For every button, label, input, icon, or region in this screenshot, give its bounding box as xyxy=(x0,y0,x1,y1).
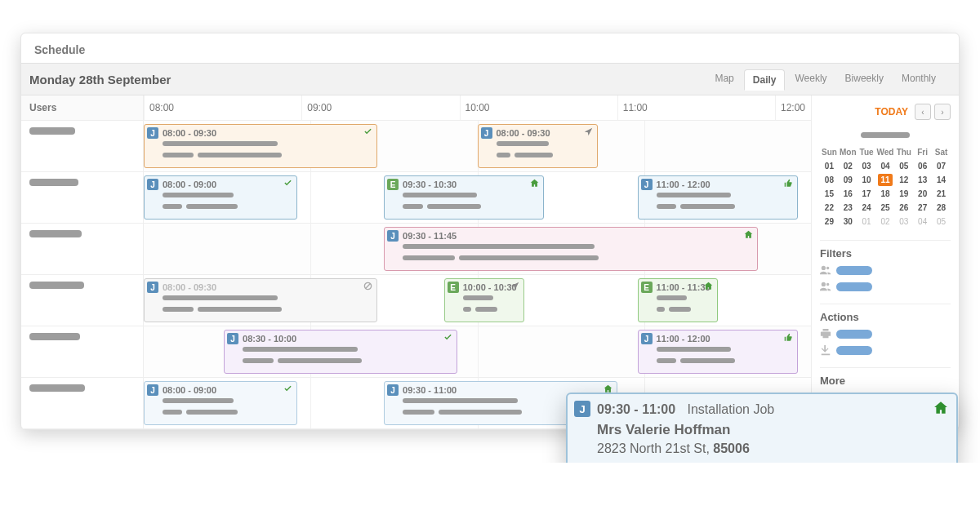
event-time: 09:30 - 10:30 xyxy=(403,180,538,189)
event-popup[interactable]: J 09:30 - 11:00 Installation Job Mrs Val… xyxy=(566,393,958,463)
calendar-day[interactable]: 29 xyxy=(820,215,839,228)
action-item-print[interactable] xyxy=(820,328,951,339)
calendar-day[interactable]: 27 xyxy=(913,201,932,215)
calendar-day[interactable]: 30 xyxy=(839,215,858,228)
download-icon xyxy=(820,344,831,356)
calendar-day[interactable]: 26 xyxy=(894,201,913,215)
user-label[interactable] xyxy=(21,378,144,428)
schedule-event[interactable]: J08:00 - 09:30 xyxy=(144,124,377,168)
calendar-day[interactable]: 14 xyxy=(932,173,951,187)
schedule-event[interactable]: J11:00 - 12:00 xyxy=(638,175,798,220)
mini-calendar[interactable]: SunMonTueWedThuFriSat 010203040506070809… xyxy=(820,145,951,228)
calendar-day[interactable]: 03 xyxy=(858,159,876,173)
calendar-day[interactable]: 19 xyxy=(894,187,913,201)
user-row: J09:30 - 11:45 xyxy=(21,224,811,275)
calendar-day[interactable]: 02 xyxy=(839,159,858,173)
schedule-event[interactable]: E11:00 - 11:30 xyxy=(638,278,718,322)
schedule-event[interactable]: J08:00 - 09:00 xyxy=(144,175,297,220)
calendar-day[interactable]: 24 xyxy=(858,201,876,215)
user-row: J08:00 - 09:30J08:00 - 09:30 xyxy=(21,121,811,172)
job-badge: J xyxy=(574,401,590,417)
schedule-event[interactable]: E10:00 - 10:30 xyxy=(444,278,524,322)
schedule-event[interactable]: J08:00 - 09:30 xyxy=(144,278,377,322)
calendar-day[interactable]: 13 xyxy=(913,173,932,187)
subheader-bar: Monday 28th September Map Daily Weekly B… xyxy=(21,63,959,95)
estimate-badge: E xyxy=(641,282,653,293)
calendar-day[interactable]: 04 xyxy=(913,215,932,228)
event-time: 09:30 - 11:45 xyxy=(403,231,752,241)
home-icon xyxy=(704,282,713,292)
calendar-dow: Mon xyxy=(839,145,858,159)
tab-daily[interactable]: Daily xyxy=(744,69,786,91)
calendar-day[interactable]: 23 xyxy=(839,201,858,215)
timeline-track[interactable]: J08:30 - 10:00J11:00 - 12:00 xyxy=(144,326,811,377)
filter-item[interactable] xyxy=(820,281,951,292)
timeline-track[interactable]: J08:00 - 09:30E10:00 - 10:30E11:00 - 11:… xyxy=(144,275,811,326)
job-badge: J xyxy=(147,384,158,396)
calendar-day[interactable]: 11 xyxy=(876,173,895,187)
tab-map[interactable]: Map xyxy=(706,69,742,90)
page-title: Schedule xyxy=(21,33,959,63)
calendar-day[interactable]: 21 xyxy=(932,187,951,201)
user-label[interactable] xyxy=(21,172,144,223)
nav-icon xyxy=(584,127,593,138)
calendar-day[interactable]: 22 xyxy=(820,201,839,215)
user-label[interactable] xyxy=(21,326,144,377)
tab-weekly[interactable]: Weekly xyxy=(786,69,835,90)
timeline-track[interactable]: J08:00 - 09:00E09:30 - 10:30J11:00 - 12:… xyxy=(144,172,811,223)
check-icon xyxy=(283,179,292,189)
schedule-event[interactable]: J08:00 - 09:30 xyxy=(478,124,598,168)
job-badge: J xyxy=(387,230,399,242)
calendar-day[interactable]: 25 xyxy=(876,201,895,215)
event-time: 08:00 - 09:30 xyxy=(163,128,372,138)
filter-item[interactable] xyxy=(820,264,951,276)
calendar-day[interactable]: 08 xyxy=(820,173,839,187)
user-label[interactable] xyxy=(21,275,144,326)
calendar-day[interactable]: 04 xyxy=(876,159,895,173)
calendar-day[interactable]: 05 xyxy=(932,215,951,228)
event-time: 08:00 - 09:30 xyxy=(497,128,592,138)
home-icon xyxy=(933,401,948,419)
next-button[interactable]: › xyxy=(934,104,951,120)
calendar-day[interactable]: 18 xyxy=(876,187,895,201)
today-button[interactable]: TODAY xyxy=(875,106,908,118)
user-label[interactable] xyxy=(21,121,144,171)
calendar-day[interactable]: 20 xyxy=(913,187,932,201)
timeline-track[interactable]: J09:30 - 11:45 xyxy=(144,224,811,274)
calendar-day[interactable]: 01 xyxy=(858,215,876,228)
tab-monthly[interactable]: Monthly xyxy=(893,69,944,90)
popup-job-type: Installation Job xyxy=(688,402,775,416)
calendar-day[interactable]: 05 xyxy=(894,159,913,173)
people-icon xyxy=(820,264,831,276)
calendar-day[interactable]: 17 xyxy=(858,187,876,201)
calendar-day[interactable]: 28 xyxy=(932,201,951,215)
calendar-day[interactable]: 01 xyxy=(820,159,839,173)
home-icon xyxy=(744,230,753,241)
calendar-day[interactable]: 07 xyxy=(932,159,951,173)
calendar-day[interactable]: 03 xyxy=(894,215,913,228)
schedule-event[interactable]: J08:30 - 10:00 xyxy=(224,330,457,374)
calendar-day[interactable]: 09 xyxy=(839,173,858,187)
tab-biweekly[interactable]: Biweekly xyxy=(837,69,892,90)
schedule-event[interactable]: E09:30 - 10:30 xyxy=(384,175,544,220)
event-time: 08:00 - 09:30 xyxy=(163,282,372,292)
schedule-event[interactable]: J08:00 - 09:00 xyxy=(144,381,297,425)
calendar-day[interactable]: 16 xyxy=(839,187,858,201)
calendar-day[interactable]: 15 xyxy=(820,187,839,201)
action-item-download[interactable] xyxy=(820,344,951,356)
calendar-day[interactable]: 12 xyxy=(894,173,913,187)
popup-customer-name: Mrs Valerie Hoffman xyxy=(597,422,947,438)
calendar-day[interactable]: 06 xyxy=(913,159,932,173)
job-badge: J xyxy=(387,384,399,396)
user-row: J08:00 - 09:30E10:00 - 10:30E11:00 - 11:… xyxy=(21,275,811,326)
check-icon xyxy=(283,384,292,395)
calendar-day[interactable]: 02 xyxy=(876,215,895,228)
print-icon xyxy=(820,328,831,339)
calendar-day[interactable]: 10 xyxy=(858,173,876,187)
schedule-event[interactable]: J09:30 - 11:45 xyxy=(384,227,758,271)
job-badge: J xyxy=(147,179,158,190)
timeline-track[interactable]: J08:00 - 09:30J08:00 - 09:30 xyxy=(144,121,811,171)
schedule-event[interactable]: J11:00 - 12:00 xyxy=(638,330,798,374)
prev-button[interactable]: ‹ xyxy=(915,104,931,120)
user-label[interactable] xyxy=(21,224,144,274)
